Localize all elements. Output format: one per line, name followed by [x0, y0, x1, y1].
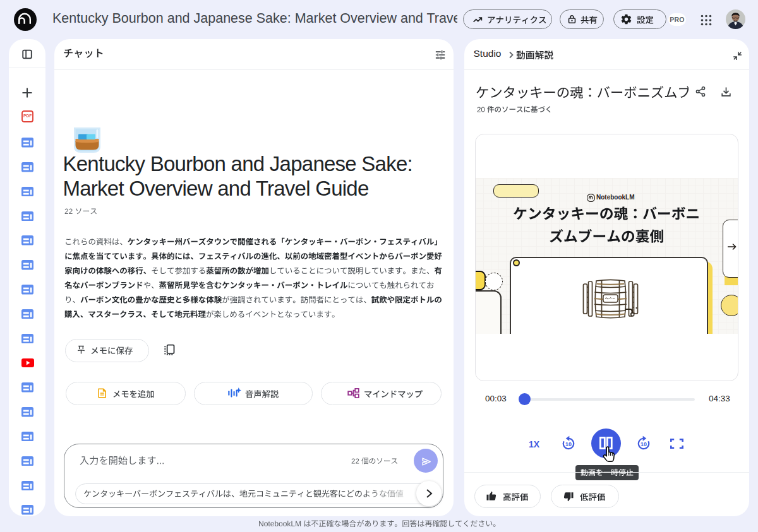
svg-text:10: 10	[565, 441, 572, 447]
svg-text:10: 10	[641, 441, 647, 447]
